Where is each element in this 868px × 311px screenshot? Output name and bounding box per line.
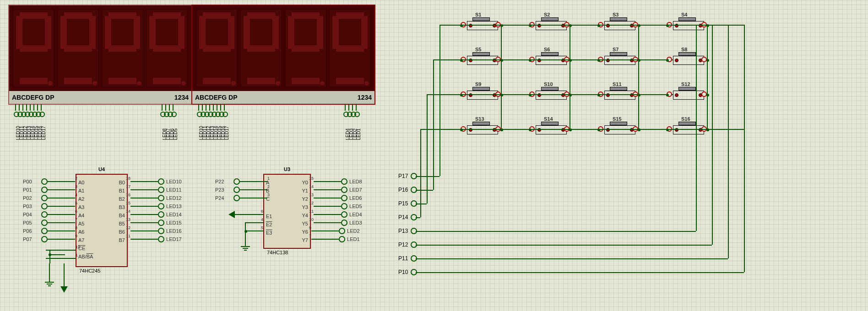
- chip-u4: U4 74HC245 A0A1A2A3A4A5A6A7CEAB/BA B0B1B…: [76, 174, 128, 267]
- terminal-led15: LED15: [32, 104, 36, 117]
- pin-a4: P046: [23, 210, 77, 219]
- pin-ce: 19: [46, 246, 80, 254]
- terminal-led2: LED2: [351, 104, 354, 117]
- port-p11: P11: [398, 255, 417, 262]
- pin-b6: 12LED16: [126, 227, 189, 235]
- switch-s7[interactable]: S7: [600, 53, 636, 68]
- terminal-led13: LED13: [208, 104, 212, 117]
- pin-y0: 15LED8: [309, 177, 372, 186]
- switch-s14[interactable]: S14: [531, 123, 568, 137]
- switch-s1[interactable]: S1: [462, 18, 499, 33]
- display-left-dig-pins: LED8LED7LED6LED5: [160, 104, 175, 118]
- terminal-led16: LED16: [219, 104, 222, 117]
- switch-s12[interactable]: S12: [668, 88, 705, 102]
- port-p12: P12: [398, 241, 417, 248]
- terminal-led12: LED12: [21, 104, 25, 117]
- pin-b5: 13LED15: [126, 219, 189, 227]
- pin-a6: P068: [23, 227, 77, 235]
- terminal-led5: LED5: [171, 104, 175, 117]
- pin-a2: P024: [23, 194, 77, 202]
- terminal-led13: LED13: [25, 104, 28, 117]
- terminal-led15: LED15: [215, 104, 219, 117]
- switch-s2[interactable]: S2: [531, 18, 568, 33]
- display-right-seg-pins: LED10LED11LED12LED13LED14LED15LED16LED17: [197, 104, 226, 118]
- terminal-led6: LED6: [168, 104, 171, 117]
- switch-s10[interactable]: S10: [531, 88, 568, 102]
- port-p16: P16: [398, 187, 417, 193]
- pin-a: P221: [215, 177, 270, 186]
- pin-a3: P035: [23, 202, 77, 210]
- terminal-led17: LED17: [222, 104, 226, 117]
- display-left-seg-pins: LED10LED11LED12LED13LED14LED15LED16LED17: [14, 104, 43, 118]
- switch-s8[interactable]: S8: [668, 53, 705, 68]
- switch-s4[interactable]: S4: [668, 18, 705, 33]
- chip-u3-ref: U3: [284, 166, 290, 172]
- pin-b4: 14LED14: [126, 210, 189, 219]
- pin-y2: 13LED6: [309, 194, 372, 202]
- terminal-led4: LED4: [343, 104, 347, 117]
- port-p17: P17: [398, 173, 417, 179]
- pin-y5: 10LED3: [309, 219, 372, 227]
- chip-u3: U3 74HC138 ABCE1E2E3 Y0Y1Y2Y3Y4Y5Y6Y7: [263, 174, 311, 249]
- disp-footer-left: ABCDEFG DP: [12, 94, 54, 101]
- chip-u3-part: 74HC138: [267, 250, 288, 255]
- pin-b1: 17LED11: [126, 186, 189, 194]
- port-p13: P13: [398, 228, 417, 234]
- terminal-led8: LED8: [160, 104, 164, 117]
- terminal-led11: LED11: [17, 104, 21, 117]
- seven-seg-display-right: ABCDEFG DP 1234: [191, 5, 375, 105]
- pin-y7: 7LED1: [309, 235, 372, 243]
- terminal-led7: LED7: [164, 104, 168, 117]
- pin-a7: P079: [23, 235, 77, 243]
- seven-seg-display-left: ABCDEFG DP 1234: [8, 5, 192, 105]
- terminal-led10: LED10: [197, 104, 201, 117]
- switch-s5[interactable]: S5: [462, 53, 499, 68]
- chip-u4-part: 74HC245: [79, 268, 100, 273]
- terminal-led12: LED12: [204, 104, 208, 117]
- terminal-led14: LED14: [212, 104, 215, 117]
- pin-a0: P002: [23, 177, 77, 186]
- terminal-led14: LED14: [28, 104, 32, 117]
- pin-b3: 15LED13: [126, 202, 189, 210]
- pin-b: P232: [215, 186, 270, 194]
- pin-c: P243: [215, 194, 270, 202]
- chip-u4-ref: U4: [98, 166, 105, 172]
- switch-s13[interactable]: S13: [462, 123, 499, 137]
- terminal-led11: LED11: [201, 104, 204, 117]
- pin-y1: 14LED7: [309, 186, 372, 194]
- terminal-led16: LED16: [36, 104, 39, 117]
- disp-footer-right: 1234: [358, 94, 372, 101]
- switch-s11[interactable]: S11: [600, 88, 636, 102]
- terminal-led1: LED1: [354, 104, 358, 117]
- disp-footer-left: ABCDEFG DP: [195, 94, 238, 101]
- pin-b2: 16LED12: [126, 194, 189, 202]
- pin-a5: P057: [23, 219, 77, 227]
- switch-s6[interactable]: S6: [531, 53, 568, 68]
- port-p10: P10: [398, 269, 417, 275]
- pin-y4: 11LED4: [309, 210, 372, 219]
- terminal-led10: LED10: [14, 104, 17, 117]
- pin-b0: 18LED10: [126, 177, 189, 186]
- switch-s9[interactable]: S9: [462, 88, 499, 102]
- switch-s3[interactable]: S3: [600, 18, 636, 33]
- port-p14: P14: [398, 214, 417, 220]
- terminal-led3: LED3: [347, 104, 351, 117]
- pin-y6: 9LED2: [309, 227, 372, 235]
- terminal-led17: LED17: [39, 104, 43, 117]
- pin-a1: P013: [23, 186, 77, 194]
- port-p15: P15: [398, 200, 417, 207]
- pin-y3: 12LED5: [309, 202, 372, 210]
- switch-s15[interactable]: S15: [600, 123, 636, 137]
- display-right-dig-pins: LED4LED3LED2LED1: [343, 104, 358, 118]
- pin-b7: 11LED17: [126, 235, 189, 243]
- switch-s16[interactable]: S16: [668, 123, 705, 137]
- disp-footer-right: 1234: [174, 94, 189, 101]
